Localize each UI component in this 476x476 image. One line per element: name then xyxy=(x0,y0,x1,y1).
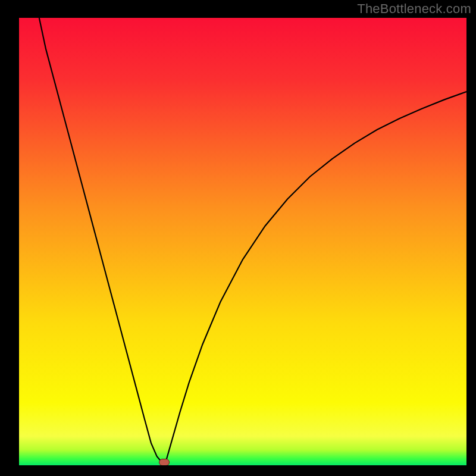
plot-area xyxy=(19,18,466,465)
watermark-text: TheBottleneck.com xyxy=(357,1,471,17)
chart-frame: TheBottleneck.com xyxy=(0,0,476,476)
optimum-marker xyxy=(159,459,170,465)
background-heatmap xyxy=(19,18,466,465)
